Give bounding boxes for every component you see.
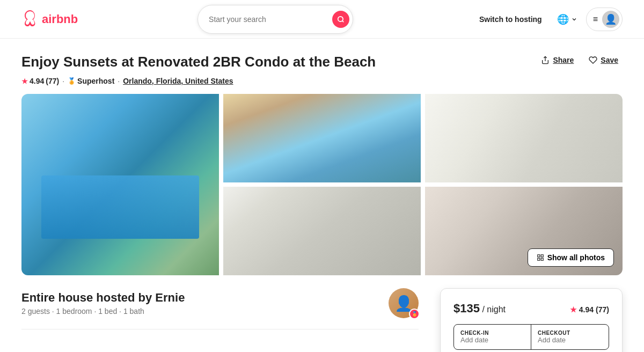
photo-bot-mid[interactable] [223,187,421,275]
globe-icon: 🌐 [557,13,569,25]
price-display: $135 / night [453,302,506,316]
price-row: $135 / night ★ 4.94 (77) [453,302,609,316]
card-rating-value: 4.94 [579,305,594,314]
price: $135 [453,302,480,315]
checkout-label: CHECKOUT [538,330,602,336]
location-link[interactable]: Orlando, Florida, United States [123,77,233,85]
listing-meta: ★ 4.94 (77) · 🏅 Superhost · Orlando, Flo… [21,77,623,85]
meta-actions: Share Save [537,54,623,67]
host-title: Entire house hosted by Ernie [21,291,185,305]
header-right: Switch to hosting 🌐 ≡ 👤 [473,8,623,31]
checkin-value: Add date [460,336,524,344]
per-night: / night [482,305,506,314]
star-icon: ★ [21,77,28,85]
hamburger-icon: ≡ [593,14,598,24]
logo[interactable]: airbnb [21,10,78,29]
svg-rect-5 [537,258,539,260]
host-section: Entire house hosted by Ernie 2 guests · … [21,288,419,329]
host-avatar-container: 🏅 [389,288,419,318]
host-text: Entire house hosted by Ernie 2 guests · … [21,291,185,316]
save-button[interactable]: Save [584,54,623,67]
search-bar[interactable]: Start your search [197,5,353,34]
rating-value: 4.94 [30,77,44,85]
dot-separator-1: · [62,77,64,85]
superhost-avatar-badge: 🏅 [409,309,420,319]
search-button[interactable] [332,11,349,28]
share-button[interactable]: Share [537,54,578,67]
card-rating: ★ 4.94 (77) [570,305,609,314]
main-content: Enjoy Sunsets at Renovated 2BR Condo at … [0,39,644,352]
date-grid: CHECK-IN Add date CHECKOUT Add date [453,324,609,350]
svg-rect-4 [541,258,543,260]
logo-text: airbnb [42,12,78,26]
photo-main[interactable] [21,94,219,275]
superhost-badge: 🏅 Superhost [68,77,114,85]
listing-info: Entire house hosted by Ernie 2 guests · … [21,288,419,352]
header: airbnb Start your search Switch to hosti… [0,0,644,39]
user-menu[interactable]: ≡ 👤 [586,8,623,31]
host-details: 2 guests · 1 bedroom · 1 bed · 1 bath [21,307,185,316]
svg-point-0 [338,16,343,21]
share-label: Share [553,56,574,64]
show-photos-label: Show all photos [547,253,605,262]
svg-rect-3 [541,255,543,257]
booking-card: $135 / night ★ 4.94 (77) CHECK-IN Add da… [440,288,623,352]
card-review-count: (77) [596,305,609,314]
airbnb-logo-icon [21,10,39,29]
dot-separator-2: · [118,77,120,85]
rating: ★ 4.94 (77) [21,77,59,85]
photo-grid: Show all photos [21,94,623,275]
switch-hosting-button[interactable]: Switch to hosting [473,11,548,28]
superhost-label: Superhost [77,77,114,85]
globe-language-button[interactable]: 🌐 [553,9,582,30]
listing-header-row: Enjoy Sunsets at Renovated 2BR Condo at … [21,54,623,75]
checkin-label: CHECK-IN [460,330,524,336]
lower-section: Entire house hosted by Ernie 2 guests · … [21,288,623,352]
checkout-value: Add date [538,336,602,344]
save-label: Save [601,56,618,64]
photo-top-mid[interactable] [223,94,421,182]
photo-top-right[interactable] [425,94,623,182]
search-text: Start your search [209,15,266,24]
svg-rect-2 [537,255,539,257]
listing-title: Enjoy Sunsets at Renovated 2BR Condo at … [21,54,376,70]
review-count: (77) [46,77,59,85]
show-all-photos-button[interactable]: Show all photos [528,248,614,267]
superhost-icon: 🏅 [68,77,76,85]
checkout-cell[interactable]: CHECKOUT Add date [531,325,609,349]
checkin-cell[interactable]: CHECK-IN Add date [454,325,531,349]
card-star-icon: ★ [570,305,577,314]
avatar: 👤 [602,11,619,28]
